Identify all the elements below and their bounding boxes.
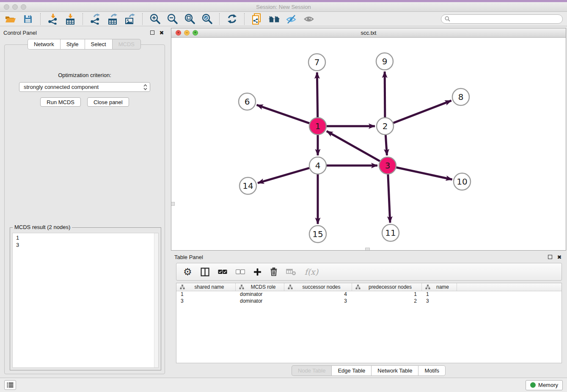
network-canvas[interactable]: 1234678910111415 — [171, 38, 566, 250]
edge-2-9[interactable] — [385, 72, 385, 117]
chevron-up-down-icon — [143, 84, 147, 91]
tab-mcds[interactable]: MCDS — [112, 39, 141, 50]
delete-column-icon[interactable] — [270, 265, 278, 278]
graph-node-4[interactable]: 4 — [309, 157, 326, 174]
first-neighbors-icon[interactable] — [268, 13, 281, 25]
tab-motifs[interactable]: Motifs — [418, 365, 446, 376]
zoom-selected-icon[interactable] — [201, 13, 213, 25]
table-cell[interactable]: 4 — [284, 291, 352, 298]
task-history-button[interactable] — [4, 380, 16, 390]
table-cell[interactable]: 1 — [422, 291, 457, 298]
search-field[interactable] — [441, 14, 563, 24]
hierarchy-icon — [239, 284, 244, 290]
unselect-all-columns-icon[interactable] — [236, 265, 245, 278]
close-panel-button-mcds[interactable]: Close panel — [87, 97, 129, 107]
result-scrollbar[interactable] — [154, 233, 158, 367]
table-cell[interactable]: dominator — [236, 291, 284, 298]
import-table-icon[interactable] — [64, 13, 77, 25]
table-cell[interactable]: 2 — [352, 298, 422, 305]
zoom-in-icon[interactable] — [149, 13, 161, 25]
search-input[interactable] — [452, 16, 559, 22]
edge-1-7[interactable] — [317, 72, 317, 117]
network-window-title: scc.txt — [171, 30, 566, 36]
save-session-icon[interactable] — [22, 13, 34, 25]
table-cell[interactable]: 1 — [352, 291, 422, 298]
bottom-splitter-handle[interactable] — [365, 248, 370, 250]
table-cell[interactable]: 3 — [284, 298, 352, 305]
graph-node-6[interactable]: 6 — [239, 93, 256, 110]
mcds-tab-content: Optimization criterion: strongly connect… — [4, 44, 165, 374]
graph-node-3[interactable]: 3 — [379, 157, 396, 174]
run-mcds-button[interactable]: Run MCDS — [40, 97, 81, 107]
table-settings-icon[interactable]: ⚙ — [183, 265, 192, 278]
graph-node-2[interactable]: 2 — [377, 118, 394, 135]
float-table-panel-button[interactable] — [547, 254, 553, 260]
edge-3-10[interactable] — [396, 167, 452, 179]
workspace-column: × – + scc.txt 1234678910111415 Table Pan… — [168, 26, 567, 378]
export-network-icon[interactable] — [89, 13, 102, 25]
select-all-columns-icon[interactable] — [218, 265, 227, 278]
tab-network[interactable]: Network — [28, 39, 60, 50]
edge-4-14[interactable] — [258, 168, 309, 183]
column-header-predecessor-nodes[interactable]: predecessor nodes — [352, 283, 422, 291]
export-table-icon[interactable] — [106, 13, 119, 25]
graph-node-8[interactable]: 8 — [452, 88, 469, 105]
show-column-icon[interactable] — [201, 265, 209, 278]
graph-node-7[interactable]: 7 — [308, 54, 325, 71]
mcds-result-group: MCDS result (2 nodes) 1 3 — [10, 227, 161, 370]
mcds-result-text[interactable]: 1 3 — [13, 233, 154, 367]
tab-network-table[interactable]: Network Table — [371, 365, 418, 376]
open-session-icon[interactable] — [4, 13, 17, 25]
column-header-MCDS-role[interactable]: MCDS role — [236, 283, 284, 291]
tab-style[interactable]: Style — [60, 39, 85, 50]
table-cell[interactable]: dominator — [236, 298, 284, 305]
graph-node-10[interactable]: 10 — [454, 173, 471, 190]
table-cell[interactable]: 1 — [176, 291, 236, 298]
export-image-icon[interactable] — [124, 13, 136, 25]
close-panel-button[interactable]: ✖ — [158, 29, 165, 36]
column-header-name[interactable]: name — [422, 283, 457, 291]
zoom-out-icon[interactable] — [166, 13, 179, 25]
graph-node-11[interactable]: 11 — [382, 224, 399, 241]
edge-2-3[interactable] — [385, 135, 387, 155]
network-window-titlebar[interactable]: × – + scc.txt — [171, 28, 566, 38]
apply-layout-icon[interactable] — [226, 13, 238, 25]
toolbar-separator — [244, 13, 245, 25]
show-all-icon[interactable] — [303, 13, 315, 25]
left-splitter-handle[interactable] — [171, 202, 175, 206]
table-row[interactable]: 1dominator411 — [176, 291, 561, 298]
edge-2-8[interactable] — [394, 101, 451, 123]
float-panel-button[interactable] — [149, 29, 156, 36]
table-row[interactable]: 3dominator323 — [176, 298, 561, 305]
graph-node-1[interactable]: 1 — [309, 118, 326, 135]
graph-node-15[interactable]: 15 — [309, 226, 326, 243]
edge-3-1[interactable] — [327, 131, 380, 161]
criterion-dropdown[interactable]: strongly connected component — [19, 82, 150, 92]
hide-selected-icon[interactable] — [285, 13, 298, 25]
tab-node-table[interactable]: Node Table — [292, 365, 332, 376]
edge-1-6[interactable] — [257, 105, 309, 123]
memory-label: Memory — [538, 382, 558, 388]
tab-select[interactable]: Select — [85, 39, 112, 50]
import-network-icon[interactable] — [47, 13, 59, 25]
tab-edge-table[interactable]: Edge Table — [331, 365, 371, 376]
graph-node-14[interactable]: 14 — [239, 177, 256, 194]
table-cell[interactable]: 3 — [176, 298, 236, 305]
toolbar-separator — [142, 13, 143, 25]
float-icon — [150, 30, 154, 35]
app-titlebar: Session: New Session — [0, 2, 567, 12]
create-column-icon[interactable] — [253, 265, 261, 278]
close-table-panel-button[interactable]: ✖ — [556, 254, 563, 260]
column-header-shared-name[interactable]: shared name — [176, 283, 236, 291]
table-cell[interactable]: 3 — [422, 298, 457, 305]
memory-button[interactable]: Memory — [526, 380, 563, 390]
graph-node-9[interactable]: 9 — [376, 53, 393, 70]
edge-3-11[interactable] — [388, 174, 390, 223]
node-table: shared nameMCDS rolesuccessor nodesprede… — [176, 283, 562, 363]
toolbar-separator — [40, 13, 41, 25]
mcds-result-area: 1 3 — [12, 233, 159, 368]
fit-content-icon[interactable] — [183, 13, 196, 25]
network-from-selection-icon[interactable] — [250, 13, 263, 25]
svg-text:3: 3 — [385, 160, 391, 171]
column-header-successor-nodes[interactable]: successor nodes — [284, 283, 352, 291]
